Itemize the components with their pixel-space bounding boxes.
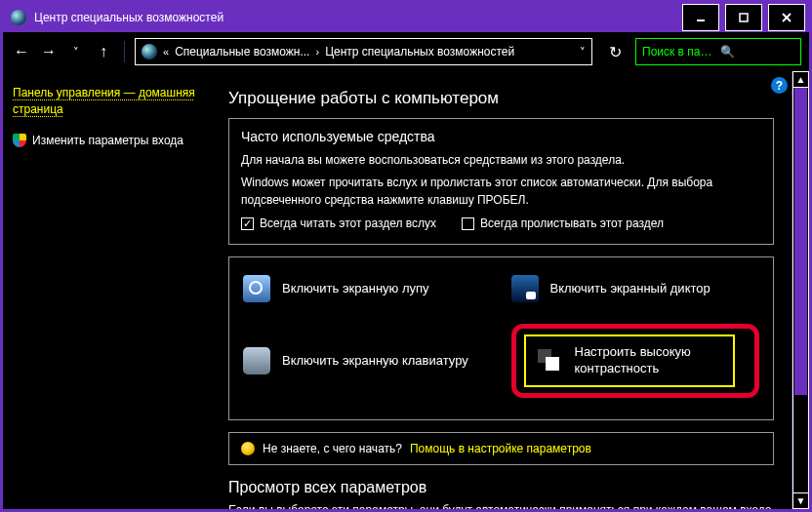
checkbox-read-aloud[interactable]: ✓ Всегда читать этот раздел вслух [241, 217, 436, 230]
app-icon [11, 10, 26, 25]
subsection-note: Если вы выберете эти параметры, они буду… [228, 502, 774, 509]
checkbox-scroll[interactable]: Всегда пролистывать этот раздел [462, 217, 664, 230]
hint-bar: Не знаете, с чего начать? Помощь в настр… [228, 432, 774, 465]
hint-link[interactable]: Помощь в настройке параметров [410, 442, 591, 455]
maximize-button[interactable] [725, 4, 762, 31]
close-button[interactable] [768, 4, 805, 31]
scroll-up-button[interactable]: ▲ [792, 71, 809, 88]
tool-narrator[interactable]: Включить экранный диктор [511, 275, 760, 302]
window-title: Центр специальных возможностей [34, 11, 676, 24]
tool-label: Включить экранный диктор [550, 281, 710, 297]
sidebar: Панель управления — домашняя страница Из… [3, 71, 223, 509]
group-desc-1: Для начала вы можете воспользоваться сре… [241, 152, 761, 169]
sidebar-home-link[interactable]: Панель управления — домашняя страница [13, 85, 213, 118]
help-button[interactable]: ? [771, 77, 788, 94]
refresh-button[interactable]: ↻ [604, 41, 626, 62]
contrast-icon [536, 347, 563, 374]
breadcrumb-seg-1[interactable]: Специальные возможн... [175, 45, 309, 59]
narrator-icon [511, 275, 539, 302]
keyboard-icon [243, 347, 270, 374]
minimize-button[interactable] [682, 4, 719, 31]
group-desc-2: Windows может прочитать вслух и пролиста… [241, 175, 761, 209]
scroll-track[interactable] [792, 88, 809, 492]
group-title: Часто используемые средства [241, 129, 761, 144]
search-icon: 🔍 [720, 45, 794, 59]
tool-label: Включить экранную клавиатуру [282, 353, 468, 370]
scroll-down-button[interactable]: ▼ [792, 492, 809, 509]
checkbox-label: Всегда читать этот раздел вслух [260, 217, 436, 230]
forward-button[interactable]: → [38, 41, 60, 62]
recent-menu[interactable]: ˅ [65, 41, 87, 62]
scroll-thumb[interactable] [794, 88, 807, 395]
window: Центр специальных возможностей ← → ˅ ↑ «… [0, 0, 812, 512]
checkbox-icon [462, 217, 474, 230]
sidebar-login-link[interactable]: Изменить параметры входа [13, 134, 213, 147]
chevron-right-icon: › [315, 46, 319, 58]
checkbox-row: ✓ Всегда читать этот раздел вслух Всегда… [241, 217, 761, 230]
tools-grid: Включить экранную лупу Включить экранный… [228, 256, 774, 420]
shield-icon [13, 134, 26, 147]
checkbox-label: Всегда пролистывать этот раздел [480, 217, 664, 230]
hint-prefix: Не знаете, с чего начать? [263, 442, 402, 455]
breadcrumb-dropdown[interactable]: ˅ [580, 46, 586, 59]
back-button[interactable]: ← [11, 41, 32, 62]
up-button[interactable]: ↑ [93, 41, 114, 62]
search-placeholder: Поиск в панели уп... [642, 45, 716, 59]
toolbar: ← → ˅ ↑ « Специальные возможн... › Центр… [3, 32, 809, 71]
subsection-title: Просмотр всех параметров [228, 479, 774, 496]
tool-label: Включить экранную лупу [282, 281, 429, 297]
magnifier-icon [243, 275, 270, 302]
titlebar: Центр специальных возможностей [3, 3, 809, 32]
frequently-used-group: Часто используемые средства Для начала в… [228, 118, 774, 245]
body: Панель управления — домашняя страница Из… [3, 71, 809, 509]
tool-label: Настроить высокую контрастность [575, 344, 720, 377]
page-title: Упрощение работы с компьютером [228, 89, 774, 108]
location-icon [142, 44, 157, 59]
scrollbar[interactable]: ▲ ▼ [792, 71, 809, 509]
breadcrumb-seg-2[interactable]: Центр специальных возможностей [325, 45, 514, 59]
tool-high-contrast[interactable]: Настроить высокую контрастность [511, 324, 760, 398]
tool-keyboard[interactable]: Включить экранную клавиатуру [243, 324, 492, 398]
svg-rect-1 [740, 14, 748, 21]
breadcrumb[interactable]: « Специальные возможн... › Центр специал… [135, 38, 592, 65]
separator [124, 41, 125, 62]
sidebar-login-label: Изменить параметры входа [32, 134, 183, 147]
checkbox-icon: ✓ [241, 217, 254, 230]
search-input[interactable]: Поиск в панели уп... 🔍 [635, 38, 801, 65]
main-content: ? Упрощение работы с компьютером Часто и… [223, 71, 792, 509]
tool-magnifier[interactable]: Включить экранную лупу [243, 275, 492, 302]
bulb-icon [241, 442, 255, 455]
breadcrumb-chevron: « [163, 46, 169, 58]
